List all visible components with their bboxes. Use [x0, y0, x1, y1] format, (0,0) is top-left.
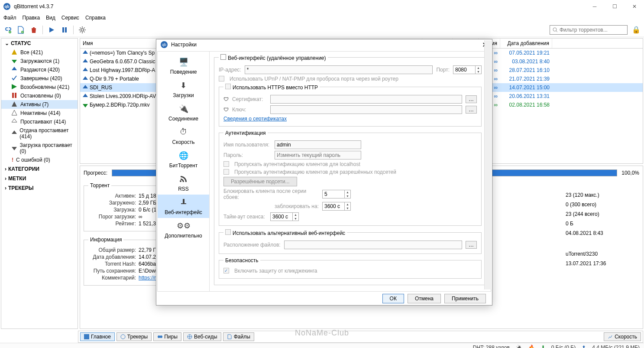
- dialog-logo-icon: qb: [161, 41, 168, 48]
- maximize-button[interactable]: ☐: [608, 3, 621, 10]
- filter-input[interactable]: [560, 27, 625, 33]
- https-checkbox[interactable]: [225, 84, 231, 89]
- shield-icon: 🛡: [223, 96, 229, 102]
- username-input[interactable]: [275, 140, 361, 149]
- key-input[interactable]: [270, 105, 462, 114]
- cert-info-link[interactable]: Сведения о сертификатах: [223, 116, 287, 122]
- search-icon: [553, 27, 558, 33]
- close-button[interactable]: ✕: [628, 3, 641, 10]
- session-timeout-input[interactable]: ▲▼: [270, 212, 299, 221]
- separator: [73, 26, 74, 34]
- ip-input[interactable]: [245, 65, 433, 74]
- sidebar-item-downloading[interactable]: Загружаются (1): [1, 57, 78, 65]
- tab-speed[interactable]: Скорость: [604, 332, 641, 341]
- cancel-button[interactable]: Отмена: [408, 294, 441, 303]
- menu-edit[interactable]: Правка: [23, 15, 40, 21]
- svg-rect-8: [84, 334, 89, 339]
- sidebar-item-active[interactable]: Активны (7): [1, 100, 78, 109]
- sidebar: ⌄СТАТУС Все (421) Загружаются (1) Раздаю…: [1, 38, 78, 329]
- lock-icon[interactable]: 🔒: [632, 26, 641, 34]
- port-input[interactable]: ▲▼: [453, 65, 482, 74]
- cert-input[interactable]: [270, 95, 462, 104]
- settings-dialog: qb Настройки ✕ 🖥️Поведение ⬇Загрузки 🔌Со…: [156, 39, 492, 306]
- menu-file[interactable]: Файл: [3, 15, 16, 21]
- firewall-icon: 🔥: [528, 345, 535, 348]
- add-link-icon[interactable]: [3, 26, 12, 34]
- sidebar-item-error[interactable]: !С ошибкой (0): [1, 156, 78, 164]
- cert-browse-button[interactable]: …: [466, 95, 477, 103]
- tab-webseeds[interactable]: Веб-сиды: [183, 332, 221, 341]
- tab-main[interactable]: Главное: [80, 332, 115, 341]
- minimize-button[interactable]: ─: [589, 3, 601, 10]
- sidebar-tags-header[interactable]: ›МЕТКИ: [1, 174, 78, 183]
- bypass-subnet-checkbox[interactable]: [223, 169, 229, 175]
- altui-group: Использовать альтернативный веб-интерфей…: [219, 229, 482, 254]
- sidebar-trackers-header[interactable]: ›ТРЕКЕРЫ: [1, 183, 78, 193]
- menu-tools[interactable]: Сервис: [61, 15, 79, 21]
- key-browse-button[interactable]: …: [466, 106, 477, 114]
- menu-view[interactable]: Вид: [46, 15, 55, 21]
- dht-status: DHT: 288 узлов: [473, 345, 510, 348]
- resume-icon[interactable]: [47, 26, 56, 34]
- ban-count-input[interactable]: ▲▼: [322, 190, 351, 198]
- svg-rect-6: [12, 93, 14, 98]
- altui-browse-button[interactable]: …: [466, 241, 477, 249]
- svg-point-11: [160, 335, 162, 338]
- sidebar-item-paused[interactable]: Остановлены (0): [1, 91, 78, 100]
- dialog-title: Настройки: [171, 42, 197, 48]
- svg-point-5: [553, 28, 557, 31]
- ban-time-input[interactable]: ▲▼: [322, 202, 351, 211]
- nav-advanced[interactable]: ⚙⚙Дополнительно: [158, 218, 209, 241]
- upnp-checkbox[interactable]: [219, 76, 224, 81]
- sidebar-item-stalled[interactable]: Простаивают (414): [1, 117, 78, 126]
- tab-files[interactable]: Файлы: [223, 332, 254, 341]
- sidebar-categories-header[interactable]: ›КАТЕГОРИИ: [1, 164, 78, 174]
- password-input[interactable]: [275, 151, 361, 159]
- settings-nav: 🖥️Поведение ⬇Загрузки 🔌Соединение ⏱Скоро…: [158, 52, 210, 291]
- down-arrow-icon: ⬇: [541, 345, 545, 348]
- nav-speed[interactable]: ⏱Скорость: [158, 124, 209, 148]
- auth-group: Аутентификация Имя пользователя: Пароль:…: [219, 130, 482, 226]
- sidebar-status-header[interactable]: ⌄СТАТУС: [1, 39, 78, 48]
- clickjack-checkbox[interactable]: [223, 268, 229, 273]
- settings-icon[interactable]: [78, 26, 87, 34]
- delete-icon[interactable]: [29, 26, 38, 34]
- nav-bittorrent[interactable]: 🌐БитТоррент: [158, 148, 209, 171]
- sidebar-item-stalled-up[interactable]: Отдача простаивает (414): [1, 126, 78, 141]
- add-file-icon[interactable]: [16, 26, 25, 34]
- sidebar-item-all[interactable]: Все (421): [1, 48, 78, 57]
- nav-behavior[interactable]: 🖥️Поведение: [158, 54, 209, 78]
- dialog-scrollbar[interactable]: [484, 52, 491, 289]
- watermark: NoNaMe-Club: [295, 328, 349, 338]
- sidebar-item-stalled-dn[interactable]: Загрузка простаивает (0): [1, 141, 78, 156]
- apply-button[interactable]: Применить: [444, 294, 486, 303]
- statusbar: DHT: 288 узлов 🔌 🔥 ⬇ 0 Б/с (0 Б) ⬆ 4,4 М…: [0, 343, 644, 348]
- ok-button[interactable]: ОК: [382, 294, 404, 303]
- bypass-local-checkbox[interactable]: [223, 161, 229, 167]
- nav-rss[interactable]: RSS: [158, 171, 209, 195]
- altui-checkbox[interactable]: [225, 229, 231, 235]
- titlebar: qb qBittorrent v4.3.7 ─ ☐ ✕: [0, 0, 644, 13]
- svg-rect-2: [62, 27, 64, 33]
- sidebar-item-complete[interactable]: Завершены (420): [1, 74, 78, 83]
- up-speed: 4,4 МБ/с (221,9 МБ): [592, 345, 640, 348]
- nav-connection[interactable]: 🔌Соединение: [158, 101, 209, 124]
- webui-enable-checkbox[interactable]: [220, 54, 226, 60]
- sidebar-item-seeding[interactable]: Раздаются (420): [1, 65, 78, 74]
- tab-trackers[interactable]: Трекеры: [117, 332, 152, 341]
- svg-point-9: [121, 335, 125, 339]
- separator: [42, 26, 43, 34]
- pause-icon[interactable]: [60, 26, 69, 34]
- tab-peers[interactable]: Пиры: [153, 332, 181, 341]
- nav-downloads[interactable]: ⬇Загрузки: [158, 78, 209, 101]
- window-title: qBittorrent v4.3.7: [14, 3, 53, 10]
- nav-webui[interactable]: Веб-интерфейс: [158, 195, 209, 218]
- altui-path-input[interactable]: [284, 241, 462, 249]
- details-tabbar: Главное Трекеры Пиры Веб-сиды Файлы Скор…: [78, 331, 643, 343]
- sidebar-item-resumed[interactable]: Возобновлены (421): [1, 83, 78, 91]
- https-group: Использовать HTTPS вместо HTTP 🛡Сертифик…: [219, 84, 482, 127]
- filter-box[interactable]: [550, 25, 628, 35]
- subnets-button[interactable]: Разрешённые подсети...: [223, 177, 297, 186]
- sidebar-item-inactive[interactable]: Неактивны (414): [1, 109, 78, 117]
- menu-help[interactable]: Справка: [85, 15, 106, 21]
